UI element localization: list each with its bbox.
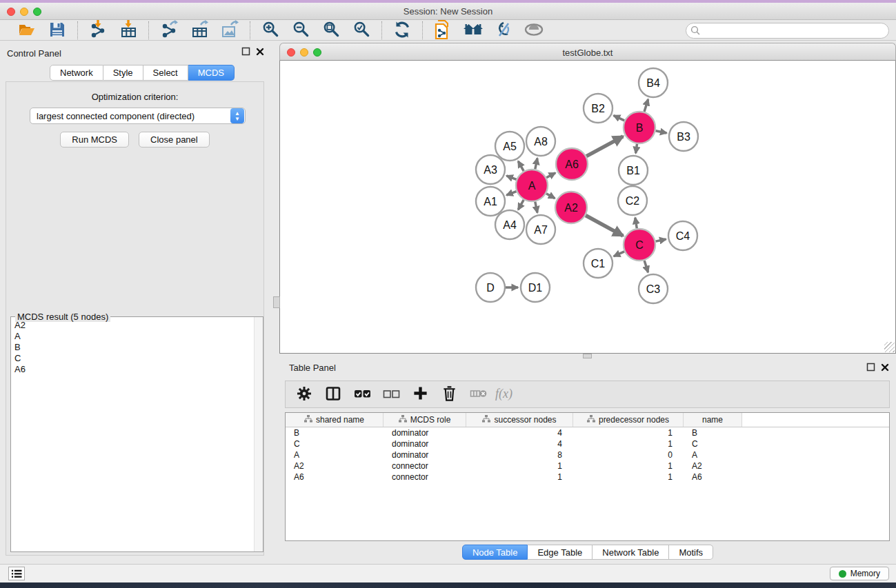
delete-column-button[interactable] [469,385,487,403]
graph-node-D[interactable]: D [476,273,505,302]
graph-node-A6[interactable]: A6 [556,148,588,180]
graph-node-D1[interactable]: D1 [521,273,550,302]
edge-A-A8[interactable] [535,158,537,169]
edge-B-B3[interactable] [656,131,667,133]
result-list-item[interactable]: A [12,331,253,342]
hide-style-button[interactable] [492,21,515,40]
edge-B-B1[interactable] [636,144,637,154]
edge-A-A6[interactable] [546,173,555,178]
home-button[interactable] [461,21,485,40]
graph-node-B3[interactable]: B3 [669,122,698,151]
graph-node-A7[interactable]: A7 [526,215,555,244]
graph-node-C2[interactable]: C2 [618,186,647,215]
float-panel-icon[interactable] [241,47,250,58]
mcds-result-list[interactable]: A2ABCA6 [12,320,253,550]
result-list-item[interactable]: C [12,353,253,364]
close-panel-icon[interactable] [256,48,264,58]
graph-node-A4[interactable]: A4 [495,210,524,239]
add-button[interactable] [411,385,429,403]
table-row[interactable]: Adominator80A [286,449,889,460]
zoom-fit-button[interactable] [319,21,343,40]
run-mcds-button[interactable]: Run MCDS [60,132,129,148]
table-row[interactable]: A6connector11A6 [286,472,889,483]
graph-node-A8[interactable]: A8 [526,127,555,156]
import-network-button[interactable] [86,21,110,40]
graph-node-B4[interactable]: B4 [639,68,668,97]
edge-C-C4[interactable] [656,239,666,241]
graph-node-C[interactable]: C [624,229,655,261]
criterion-select[interactable]: largest connected component (directed) ▲… [30,108,246,124]
show-tasks-button[interactable] [8,567,25,580]
result-list-item[interactable]: A6 [12,364,253,375]
result-list-item[interactable]: B [12,342,253,353]
graph-node-A5[interactable]: A5 [495,132,524,161]
edge-B-B4[interactable] [644,99,648,112]
edge-C-C3[interactable] [644,261,648,272]
edge-B-B2[interactable] [614,116,625,121]
columns-button[interactable] [324,385,342,403]
resize-grip-icon[interactable] [884,342,895,352]
close-panel-button[interactable]: Close panel [139,132,210,148]
export-image-button[interactable] [218,21,241,40]
table-row[interactable]: Bdominator41B [286,427,889,438]
table-row[interactable]: A2connector11A2 [286,460,889,472]
result-scrollbar[interactable] [254,317,263,551]
graph-node-A3[interactable]: A3 [476,155,505,184]
network-graph[interactable]: AA6A2BCA1A3A4A5A7A8B1B2B3B4C1C2C3C4DD1 [280,61,895,352]
deselect-all-button[interactable] [382,385,400,403]
node-table[interactable]: shared nameMCDS rolesuccessor nodesprede… [285,412,890,541]
export-table-button[interactable] [188,21,211,40]
delete-button[interactable] [440,385,458,403]
graph-node-C3[interactable]: C3 [639,274,668,303]
settings-button[interactable] [295,385,313,403]
tab-motifs[interactable]: Motifs [669,545,713,560]
column-header-predecessor-nodes[interactable]: predecessor nodes [573,413,684,427]
float-table-panel-icon[interactable] [866,363,875,374]
zoom-out-button[interactable] [289,21,312,40]
graph-node-A2[interactable]: A2 [555,192,587,223]
network-window-titlebar[interactable]: testGlobe.txt [279,43,896,61]
edge-A-A4[interactable] [518,200,524,210]
column-header-MCDS-role[interactable]: MCDS role [384,413,466,427]
horizontal-splitter-handle[interactable] [583,354,592,358]
edge-C-C1[interactable] [614,252,624,256]
tab-select[interactable]: Select [143,65,188,81]
memory-button[interactable]: Memory [830,567,889,580]
edge-C-C2[interactable] [635,218,637,229]
tab-edge-table[interactable]: Edge Table [528,545,593,560]
open-file-button[interactable] [15,21,39,40]
zoom-in-button[interactable] [259,21,282,40]
column-header-shared-name[interactable]: shared name [286,413,384,427]
close-table-panel-icon[interactable] [881,363,889,374]
graph-node-A[interactable]: A [516,170,548,201]
import-table-button[interactable] [117,21,140,40]
zoom-selected-button[interactable] [350,21,373,40]
edge-A6-B[interactable] [586,136,623,156]
result-list-item[interactable]: A2 [12,320,253,331]
edge-A-A3[interactable] [506,176,516,179]
network-canvas[interactable]: AA6A2BCA1A3A4A5A7A8B1B2B3B4C1C2C3C4DD1 [279,61,896,354]
tab-style[interactable]: Style [103,65,143,81]
refresh-button[interactable] [390,21,414,40]
edge-A-A2[interactable] [546,194,555,199]
edge-A-A7[interactable] [535,202,537,213]
table-row[interactable]: Cdominator41C [286,438,889,449]
save-session-button[interactable] [46,21,69,40]
graph-node-C1[interactable]: C1 [584,249,613,278]
vertical-splitter-handle[interactable] [273,296,280,308]
tab-network-table[interactable]: Network Table [593,545,669,560]
column-header-name[interactable]: name [684,413,742,427]
tab-network[interactable]: Network [50,65,103,81]
search-input[interactable] [686,23,889,39]
graph-node-B[interactable]: B [624,112,655,143]
graph-node-B2[interactable]: B2 [584,94,613,123]
edge-A2-C[interactable] [586,215,623,236]
edge-A-A1[interactable] [506,192,516,195]
clone-network-button[interactable] [431,21,455,40]
select-all-button[interactable] [353,385,371,403]
export-network-button[interactable] [157,21,181,40]
tab-node-table[interactable]: Node Table [462,545,528,560]
edge-A-A5[interactable] [518,161,524,171]
graph-node-B1[interactable]: B1 [619,156,648,185]
tab-mcds[interactable]: MCDS [188,65,235,81]
